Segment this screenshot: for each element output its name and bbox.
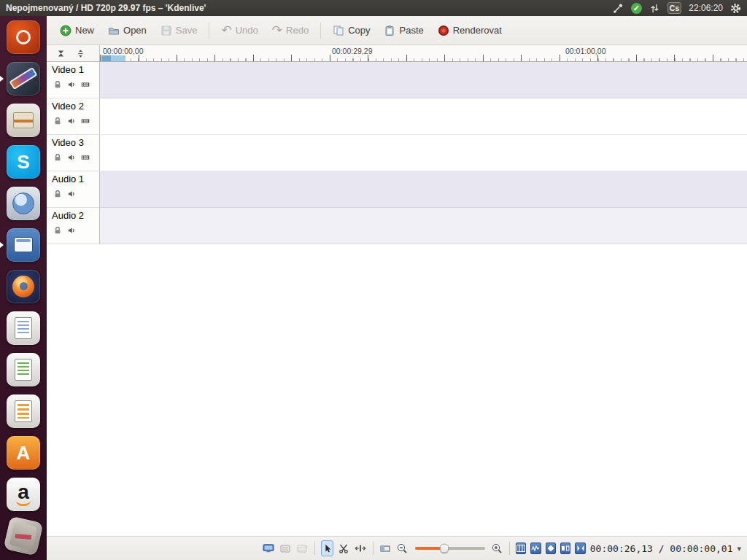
zoom-out-icon[interactable] xyxy=(396,542,408,555)
new-label: New xyxy=(75,25,94,36)
launcher-item-skype[interactable]: S xyxy=(0,141,47,182)
mute-icon[interactable] xyxy=(67,117,76,125)
launcher-item-firefox[interactable] xyxy=(0,265,47,307)
timeline-zone-bar[interactable] xyxy=(101,55,125,61)
track-header-video3[interactable]: Video 3 xyxy=(47,135,100,171)
lock-icon[interactable] xyxy=(53,117,62,125)
status-check-icon[interactable]: ✓ xyxy=(631,3,642,14)
launcher-item-a-orange-app[interactable]: A xyxy=(0,432,47,473)
split-audio-toggle[interactable] xyxy=(560,542,570,554)
keyboard-layout-indicator[interactable]: Cs xyxy=(667,2,681,14)
sync-arrows-icon[interactable] xyxy=(649,3,660,14)
skype-icon: S xyxy=(7,145,40,179)
video-thumbnails-toggle[interactable] xyxy=(516,542,526,554)
zoom-slider[interactable] xyxy=(415,547,485,550)
lock-icon[interactable] xyxy=(53,226,62,235)
timeline-lane-audio2[interactable] xyxy=(100,208,747,244)
track-header-audio2[interactable]: Audio 2 xyxy=(47,208,100,244)
ubuntu-ring xyxy=(16,30,31,44)
video-thumbnails-icon[interactable] xyxy=(81,80,90,89)
razor-tool-button[interactable] xyxy=(338,542,349,555)
session-gear-icon[interactable] xyxy=(730,3,741,14)
track-header-audio1[interactable]: Audio 1 xyxy=(47,171,100,208)
zoom-slider-knob[interactable] xyxy=(440,544,449,553)
card-inner xyxy=(9,521,37,549)
drawer-shape xyxy=(13,112,34,128)
save-label: Save xyxy=(176,25,198,36)
mute-icon[interactable] xyxy=(67,80,76,89)
expand-tracks-icon[interactable] xyxy=(76,49,85,58)
launcher-item-amazon[interactable]: a xyxy=(0,473,47,515)
cursor-icon xyxy=(322,543,333,553)
open-label: Open xyxy=(123,25,147,36)
spreadsheet-page xyxy=(15,359,32,381)
select-tool-button[interactable] xyxy=(321,540,334,556)
indicator-area: ✓ Cs 22:06:20 xyxy=(613,2,747,14)
amazon-icon: a xyxy=(7,478,40,511)
record-icon xyxy=(438,25,449,36)
new-button[interactable]: New xyxy=(55,22,99,39)
timeline-lane-audio1[interactable] xyxy=(100,171,747,208)
lock-icon[interactable] xyxy=(53,80,62,89)
running-indicator xyxy=(0,76,4,82)
timeline-tracks: Video 1 Video 2 xyxy=(47,62,747,244)
video-thumbnails-icon[interactable] xyxy=(81,117,90,125)
project-monitor-icon[interactable] xyxy=(296,542,308,555)
snap-toggle[interactable] xyxy=(575,542,585,554)
mute-icon[interactable] xyxy=(67,226,76,235)
ubuntu-logo-icon xyxy=(7,20,40,54)
zoom-in-icon[interactable] xyxy=(491,542,503,555)
lock-icon[interactable] xyxy=(53,153,62,162)
desktop-screen: Nepojmenovaný / HD 720p 29.97 fps – 'Kde… xyxy=(0,0,747,560)
a-letter: A xyxy=(7,436,40,470)
launcher-item-libreoffice-calc[interactable] xyxy=(0,349,47,390)
timeline-ruler[interactable]: 00:00:00,00 00:00:29,29 00:01:00,00 xyxy=(100,45,747,62)
track-controls xyxy=(47,184,99,198)
undo-button[interactable]: ↶ Undo xyxy=(216,22,263,39)
fit-zoom-icon[interactable] xyxy=(379,542,391,555)
libreoffice-impress-icon xyxy=(7,394,40,428)
launcher-item-chromium[interactable] xyxy=(0,182,47,224)
undo-label: Undo xyxy=(236,25,258,36)
launcher-item-workspace-card[interactable] xyxy=(0,515,47,556)
copy-label: Copy xyxy=(348,25,370,36)
redo-button[interactable]: ↷ Redo xyxy=(267,22,314,39)
clock[interactable]: 22:06:20 xyxy=(689,3,723,13)
skype-letter: S xyxy=(7,145,40,179)
launcher-item-file-manager[interactable] xyxy=(0,224,47,265)
render-button[interactable]: Renderovat xyxy=(433,22,507,39)
chevron-down-icon[interactable]: ▾ xyxy=(737,544,741,553)
spacer-tool-button[interactable] xyxy=(355,542,366,555)
launcher-item-video-editor[interactable] xyxy=(0,58,47,99)
paste-button[interactable]: Paste xyxy=(379,22,428,39)
timeline-lane-video3[interactable] xyxy=(100,135,747,171)
network-icon[interactable] xyxy=(613,3,624,14)
clip-monitor-icon[interactable] xyxy=(279,542,291,555)
statusbar-separator xyxy=(509,542,510,555)
launcher-item-libreoffice-writer[interactable] xyxy=(0,307,47,349)
chromium-icon xyxy=(7,187,40,220)
timeline-lane-video2[interactable] xyxy=(100,98,747,135)
monitor-toggle-icon[interactable] xyxy=(263,542,274,555)
track-controls xyxy=(47,148,99,162)
track-header-video2[interactable]: Video 2 xyxy=(47,98,100,135)
launcher-item-ubuntu-dash[interactable] xyxy=(0,16,47,58)
mute-icon[interactable] xyxy=(67,190,76,198)
timeline-lane-video1[interactable] xyxy=(100,62,747,98)
zone-hourglass-icon[interactable] xyxy=(56,49,66,58)
track-header-video1[interactable]: Video 1 xyxy=(47,62,100,98)
marker-comments-toggle[interactable] xyxy=(546,542,556,554)
save-button[interactable]: Save xyxy=(155,22,203,39)
render-label: Renderovat xyxy=(453,25,502,36)
mute-icon[interactable] xyxy=(67,153,76,162)
launcher-item-archive-manager[interactable] xyxy=(0,99,47,141)
timeline-corner xyxy=(47,45,100,62)
launcher-item-libreoffice-impress[interactable] xyxy=(0,390,47,432)
filmstrip-shape xyxy=(9,66,37,89)
open-button[interactable]: Open xyxy=(103,22,152,39)
video-thumbnails-icon[interactable] xyxy=(81,153,90,162)
lock-icon[interactable] xyxy=(53,190,62,198)
audio-thumbnails-toggle[interactable] xyxy=(530,542,541,554)
toolbar-separator xyxy=(209,23,209,39)
copy-button[interactable]: Copy xyxy=(328,22,375,39)
